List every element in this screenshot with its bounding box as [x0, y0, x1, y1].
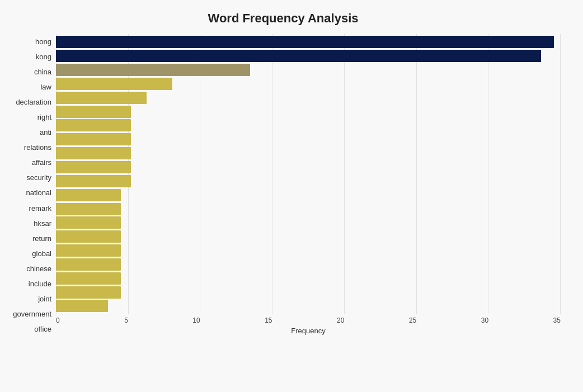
bars-and-xaxis: 05101520253035 Frequency — [56, 34, 561, 337]
bar — [56, 286, 121, 299]
bar-row — [56, 258, 561, 272]
bar-row — [56, 216, 561, 230]
x-tick: 35 — [553, 317, 561, 324]
bar — [56, 216, 121, 229]
bar-row — [56, 49, 561, 63]
bar — [56, 147, 131, 159]
x-tick: 5 — [124, 317, 128, 324]
chart-title: Word Frequency Analysis — [6, 11, 561, 26]
x-tick: 30 — [481, 317, 488, 324]
y-label: joint — [6, 295, 51, 303]
y-label: global — [6, 250, 51, 257]
x-axis-label: Frequency — [56, 327, 561, 335]
x-tick: 25 — [409, 317, 416, 324]
y-label: law — [6, 83, 51, 91]
bar — [56, 92, 147, 104]
bar — [56, 203, 121, 215]
bar-row — [56, 91, 561, 105]
bar-row — [56, 285, 561, 299]
bar-row — [56, 244, 561, 258]
x-axis: 05101520253035 Frequency — [56, 314, 561, 337]
bar — [56, 175, 131, 187]
y-label: security — [6, 174, 51, 181]
y-label: hksar — [6, 220, 51, 227]
y-label: right — [6, 114, 51, 121]
y-label: national — [6, 189, 51, 196]
bar-row — [56, 35, 561, 49]
y-axis: hongkongchinalawdeclarationrightantirela… — [6, 34, 56, 337]
bar-row — [56, 299, 561, 313]
bar — [56, 106, 131, 118]
bar-row — [56, 105, 561, 119]
y-label: affairs — [6, 159, 51, 166]
bar — [56, 50, 541, 62]
chart-area: hongkongchinalawdeclarationrightantirela… — [6, 34, 561, 337]
chart-container: Word Frequency Analysis hongkongchinalaw… — [0, 0, 583, 392]
bar-row — [56, 202, 561, 216]
y-label: declaration — [6, 98, 51, 106]
bar — [56, 161, 131, 173]
bar-row — [56, 230, 561, 244]
y-label: office — [6, 325, 51, 333]
bar-row — [56, 174, 561, 188]
bars-area — [56, 34, 561, 314]
y-label: kong — [6, 53, 51, 60]
y-label: government — [6, 310, 51, 318]
y-label: anti — [6, 129, 51, 136]
bar-row — [56, 188, 561, 202]
bar — [56, 244, 121, 257]
bar — [56, 119, 131, 131]
bar-row — [56, 147, 561, 160]
bar-row — [56, 119, 561, 133]
y-label: china — [6, 68, 51, 75]
x-tick: 0 — [56, 317, 60, 324]
x-ticks: 05101520253035 — [56, 314, 561, 324]
bar — [56, 78, 172, 90]
bar — [56, 272, 121, 285]
bar — [56, 230, 121, 243]
y-label: relations — [6, 144, 51, 151]
y-label: hong — [6, 38, 51, 45]
bar-row — [56, 77, 561, 91]
y-label: remark — [6, 205, 51, 212]
bars-wrapper — [56, 34, 561, 314]
y-label: include — [6, 280, 51, 287]
bar-row — [56, 160, 561, 174]
x-tick: 20 — [337, 317, 344, 324]
bar — [56, 36, 554, 48]
bar — [56, 189, 121, 201]
x-tick: 10 — [192, 317, 200, 324]
bar — [56, 64, 250, 76]
x-tick: 15 — [265, 317, 272, 324]
bar — [56, 258, 121, 271]
y-label: return — [6, 235, 51, 242]
bar — [56, 300, 108, 312]
y-label: chinese — [6, 265, 51, 272]
bar-row — [56, 271, 561, 285]
bar — [56, 133, 131, 145]
bar-row — [56, 63, 561, 77]
bar-row — [56, 133, 561, 147]
